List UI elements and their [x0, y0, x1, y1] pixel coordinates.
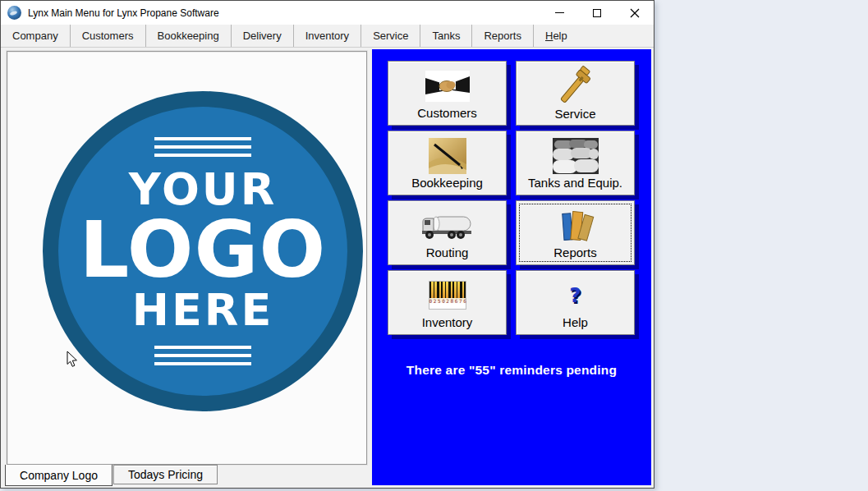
menu-service[interactable]: Service [361, 25, 420, 47]
close-icon [630, 8, 640, 18]
tab-label: Todays Pricing [128, 468, 203, 481]
menu-label: Reports [484, 30, 521, 42]
customers-button[interactable]: Customers [388, 61, 507, 126]
tab-todays-pricing[interactable]: Todays Pricing [113, 465, 218, 484]
barcode-icon: 025028676 [429, 271, 466, 316]
menu-inventory[interactable]: Inventory [293, 25, 361, 47]
menu-reports[interactable]: Reports [471, 25, 533, 47]
app-window: Lynx Main Menu for Lynx Propane Software… [0, 0, 654, 489]
menu-label: Bookkeeping [158, 30, 219, 42]
desktop: { "window": { "title": "Lynx Main Menu f… [0, 0, 868, 491]
button-label: Help [563, 316, 588, 334]
logo-text-here: HERE [132, 288, 274, 333]
menu-bookkeeping[interactable]: Bookkeeping [145, 25, 231, 47]
mouse-cursor-icon [67, 351, 78, 368]
ledger-pen-icon [429, 131, 466, 177]
tanks-and-equipment-button[interactable]: Tanks and Equip. [516, 131, 635, 195]
main-menu-button-grid: Customers Servic [372, 49, 651, 335]
logo-deco-lines-bottom [154, 346, 251, 365]
window-title: Lynx Main Menu for Lynx Propane Software [28, 7, 219, 19]
minimize-icon [555, 12, 564, 13]
handshake-icon [425, 62, 470, 107]
titlebar: Lynx Main Menu for Lynx Propane Software [1, 1, 654, 25]
tab-label: Company Logo [20, 469, 98, 482]
bookkeeping-button[interactable]: Bookkeeping [388, 131, 507, 195]
button-label: Routing [426, 246, 469, 264]
routing-button[interactable]: Routing [388, 200, 507, 265]
logo-text-logo: LOGO [80, 212, 327, 288]
menu-label: Help [545, 30, 567, 42]
button-label: Service [554, 108, 595, 126]
main-menu-panel: Customers Servic [372, 49, 651, 485]
menu-label: Inventory [305, 30, 349, 42]
menu-label: Company [12, 30, 58, 42]
menu-customers[interactable]: Customers [70, 25, 145, 47]
menu-delivery[interactable]: Delivery [231, 25, 293, 47]
menu-label: Delivery [243, 30, 282, 42]
maximize-button[interactable] [578, 1, 616, 25]
help-button[interactable]: ? Help [516, 270, 635, 335]
folders-icon [557, 201, 595, 246]
service-button[interactable]: Service [516, 61, 635, 126]
window-controls [540, 1, 654, 25]
lynx-app-icon [7, 6, 21, 20]
company-logo-panel: YOUR LOGO HERE [7, 51, 367, 465]
menu-label: Service [373, 30, 408, 42]
button-label: Inventory [422, 316, 473, 334]
menu-label: Tanks [432, 30, 460, 42]
menu-tanks[interactable]: Tanks [420, 25, 471, 47]
menu-bar: Company Customers Bookkeeping Delivery I… [1, 25, 654, 48]
close-button[interactable] [616, 1, 654, 25]
question-mark-icon: ? [569, 271, 581, 316]
button-label: Customers [417, 107, 477, 125]
minimize-button[interactable] [540, 1, 578, 25]
pipe-wrench-icon [554, 62, 597, 108]
menu-help[interactable]: Help [533, 25, 579, 47]
propane-truck-icon [421, 201, 474, 246]
barcode-digits: 025028676 [429, 298, 466, 304]
menu-company[interactable]: Company [1, 25, 70, 47]
button-label: Tanks and Equip. [528, 177, 622, 195]
logo-deco-lines-top [154, 137, 251, 157]
client-area: YOUR LOGO HERE Company Logo Todays Prici… [2, 48, 653, 487]
button-label: Reports [553, 246, 597, 264]
logo-panel-tabbar: Company Logo Todays Pricing [2, 465, 367, 488]
company-logo-placeholder: YOUR LOGO HERE [43, 91, 363, 411]
maximize-icon [593, 9, 601, 17]
propane-tanks-icon [553, 131, 599, 177]
reports-button[interactable]: Reports [516, 200, 635, 265]
tab-company-logo[interactable]: Company Logo [5, 465, 113, 486]
menu-label: Customers [82, 30, 134, 42]
reminders-status-text: There are "55" reminders pending [372, 363, 651, 378]
button-label: Bookkeeping [411, 177, 483, 195]
inventory-button[interactable]: 025028676 Inventory [388, 270, 507, 335]
